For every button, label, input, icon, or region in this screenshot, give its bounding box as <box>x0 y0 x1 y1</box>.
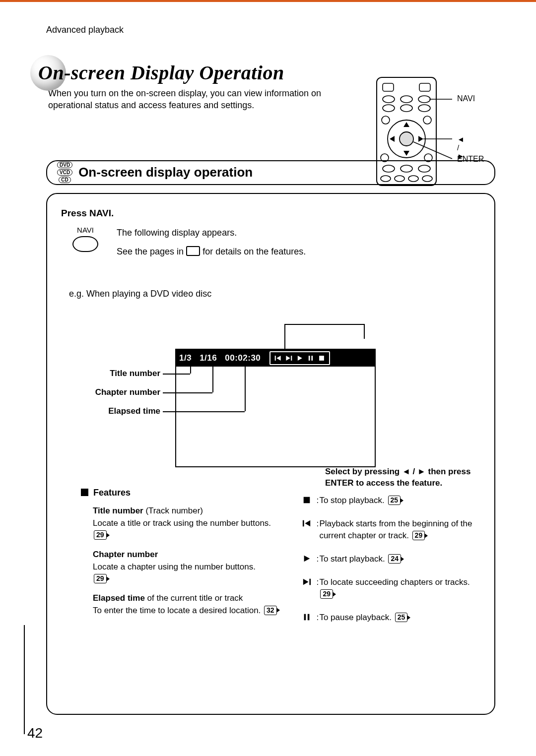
page-ref-25b: 25 <box>395 613 408 622</box>
feature-play: : To start playback. 24 <box>297 553 480 566</box>
svg-line-24 <box>413 142 452 159</box>
navi-button-graphic: NAVI <box>69 226 102 252</box>
svg-point-5 <box>418 96 430 103</box>
features-right-col: : To stop playback. 25 : Playback starts… <box>297 488 480 634</box>
svg-rect-31 <box>312 356 313 361</box>
media-type-pills: DVD VCD CD <box>57 161 72 184</box>
page-ref-29b: 29 <box>94 574 107 583</box>
feature-play-text: To start playback. <box>319 554 385 564</box>
skip-forward-icon <box>297 576 316 586</box>
feature-next: : To locate succeeding chapters or track… <box>297 576 480 601</box>
feature-next-text: To locate succeeding chapters or tracks. <box>319 577 469 587</box>
intro-text: When you turn on the on-screen display, … <box>48 87 361 112</box>
page-ref-29d: 29 <box>320 589 333 599</box>
stop-icon <box>297 495 316 504</box>
skip-back-icon <box>297 518 316 528</box>
svg-point-10 <box>423 116 431 124</box>
feature-chapter-number: Chapter number Locate a chapter using th… <box>93 549 282 585</box>
svg-marker-27 <box>286 356 290 361</box>
play-icon <box>297 553 316 563</box>
pill-dvd: DVD <box>57 162 72 168</box>
step-line-2: See the pages in for details on the feat… <box>117 245 306 259</box>
osd-stop-icon <box>318 355 325 362</box>
feature-elapsed-time-tail: of the current title or track <box>147 593 243 603</box>
section-title: On-screen display operation <box>78 165 253 180</box>
page-ref-29a: 29 <box>94 530 107 540</box>
feature-title-number: Title number (Track number) Locate a tit… <box>93 505 282 542</box>
feature-stop: : To stop playback. 25 <box>297 495 480 507</box>
osd-prev-icon <box>274 355 281 362</box>
osd-chapter-number: 1/16 <box>200 353 217 363</box>
callout-title-number: Title number <box>61 369 160 378</box>
osd-play-icon <box>296 355 303 362</box>
features-heading-text: Features <box>93 488 131 498</box>
osd-bar: 1/3 1/16 00:02:30 <box>176 350 375 367</box>
svg-rect-1 <box>383 83 394 91</box>
svg-rect-32 <box>319 356 324 361</box>
pause-icon <box>297 612 316 622</box>
feature-prev-text: Playback starts from the beginning of th… <box>319 519 472 541</box>
page-ref-icon <box>186 246 200 256</box>
callout-chapter-number: Chapter number <box>61 387 160 397</box>
page-ref-25a: 25 <box>388 496 401 505</box>
example-caption: e.g. When playing a DVD video disc <box>69 289 480 299</box>
press-navi-heading: Press NAVI. <box>61 208 480 219</box>
top-accent-bar <box>0 0 536 2</box>
svg-rect-2 <box>419 83 430 91</box>
feature-chapter-number-body: Locate a chapter using the number button… <box>93 562 256 571</box>
svg-rect-25 <box>275 356 276 361</box>
svg-marker-37 <box>303 578 309 585</box>
svg-point-6 <box>383 105 395 112</box>
feature-pause: : To pause playback. 25 <box>297 612 480 624</box>
svg-rect-30 <box>309 356 310 361</box>
step-line-1: The following display appears. <box>117 226 306 240</box>
svg-marker-35 <box>305 520 311 527</box>
svg-rect-38 <box>310 578 311 585</box>
page-number: 42 <box>27 725 43 741</box>
osd-pause-icon <box>307 355 314 362</box>
remote-label-navi: NAVI <box>457 94 475 103</box>
svg-marker-36 <box>304 556 310 562</box>
step-text: The following display appears. See the p… <box>117 226 306 259</box>
feature-title-number-label: Title number <box>93 506 145 515</box>
page-ref-32: 32 <box>264 606 277 615</box>
breadcrumb: Advanced playback <box>46 25 495 35</box>
svg-marker-29 <box>298 356 302 361</box>
page-number-rule <box>24 625 25 734</box>
svg-rect-28 <box>291 356 292 361</box>
svg-marker-26 <box>276 356 280 361</box>
tv-screen-rect: 1/3 1/16 00:02:30 <box>175 349 376 467</box>
feature-chapter-number-label: Chapter number <box>93 550 158 559</box>
svg-point-7 <box>401 105 412 112</box>
feature-elapsed-time: Elapsed time of the current title or tra… <box>93 592 282 617</box>
svg-point-12 <box>400 132 413 146</box>
feature-prev: : Playback starts from the beginning of … <box>297 518 480 542</box>
feature-elapsed-time-body: To enter the time to locate a desired lo… <box>93 606 261 615</box>
navi-button-label: NAVI <box>77 226 94 234</box>
features-heading: Features <box>81 488 282 498</box>
step-line-2b: for details on the features. <box>202 247 306 256</box>
step-line-2a: See the pages in <box>117 247 186 256</box>
svg-rect-39 <box>304 614 306 621</box>
navi-button-cap-icon <box>72 236 98 252</box>
osd-elapsed-time: 00:02:30 <box>225 353 261 363</box>
features-section: Features Title number (Track number) Loc… <box>61 488 480 634</box>
body-panel: Press NAVI. NAVI The following display a… <box>46 193 495 715</box>
feature-stop-text: To stop playback. <box>319 496 384 505</box>
feature-pause-text: To pause playback. <box>319 613 392 622</box>
svg-point-9 <box>382 116 390 124</box>
feature-title-number-tail: (Track number) <box>145 506 203 515</box>
svg-point-4 <box>401 96 412 103</box>
features-left-col: Features Title number (Track number) Loc… <box>81 488 282 634</box>
callout-elapsed-time: Elapsed time <box>61 406 160 416</box>
svg-point-3 <box>383 96 395 103</box>
pill-vcd: VCD <box>57 169 72 176</box>
step-row: NAVI The following display appears. See … <box>69 226 480 259</box>
svg-rect-33 <box>304 497 310 504</box>
pill-cd: CD <box>59 177 70 183</box>
instr-line-2: ENTER to access the feature. <box>325 478 442 488</box>
page-content: Advanced playback On-screen Display Oper… <box>46 25 495 715</box>
osd-next-icon <box>285 355 292 362</box>
page-ref-24: 24 <box>388 554 401 564</box>
section-heading-bar: DVD VCD CD On-screen display operation <box>46 160 495 185</box>
